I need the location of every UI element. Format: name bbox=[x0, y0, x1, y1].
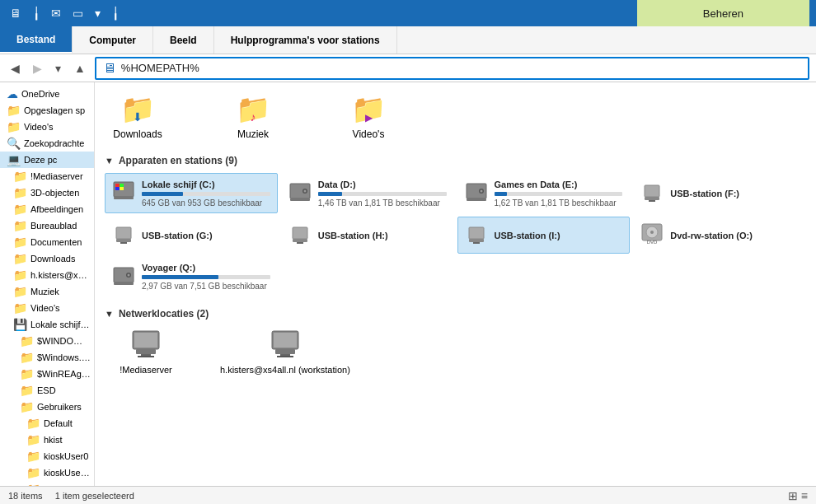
drive-item-g[interactable]: USB-station (G:) bbox=[105, 217, 278, 254]
svg-rect-42 bbox=[275, 349, 295, 354]
back-button[interactable]: ◀ bbox=[7, 60, 24, 77]
folder-mediaserver-icon: 📁 bbox=[13, 170, 27, 183]
sidebar-item-kioskuser0[interactable]: 📁 kioskUser0 bbox=[0, 448, 94, 464]
sidebar-item-openbaar[interactable]: 📁 Openbaar bbox=[0, 481, 94, 486]
dropdown-button[interactable]: ▾ bbox=[51, 60, 65, 77]
sidebar-item-afbeeldingen[interactable]: 📁 Afbeeldingen bbox=[0, 201, 94, 217]
quick-item-downloads[interactable]: 📁 ⬇ Downloads bbox=[105, 92, 171, 140]
drive-name-q: Voyager (Q:) bbox=[142, 263, 270, 273]
sidebar-item-gebruikers[interactable]: 📁 Gebruikers bbox=[0, 399, 94, 415]
drive-name-h: USB-station (H:) bbox=[318, 231, 447, 240]
sidebar-item-kioskuser01[interactable]: 📁 kioskUser0. bbox=[0, 464, 94, 481]
sidebar-item-bureaublad[interactable]: 📁 Bureaublad bbox=[0, 217, 94, 234]
sidebar-label-downloads: Downloads bbox=[30, 254, 75, 264]
address-input-container[interactable]: 🖥 %HOMEPATH% bbox=[95, 57, 809, 80]
sidebar-label-hkist: hkist bbox=[44, 435, 63, 445]
sidebar-item-onedrive[interactable]: ☁ OneDrive bbox=[0, 86, 94, 102]
svg-rect-17 bbox=[649, 200, 655, 202]
sidebar-item-default[interactable]: 📁 Default bbox=[0, 415, 94, 432]
svg-rect-21 bbox=[293, 227, 307, 239]
windows-drive-icon bbox=[112, 179, 135, 208]
network-item-mediaserver[interactable]: !Mediaserver bbox=[105, 329, 187, 375]
sidebar-item-documenten[interactable]: 📁 Documenten bbox=[0, 234, 94, 250]
drive-name-g: USB-station (G:) bbox=[142, 231, 270, 240]
drive-name-i: USB-station (I:) bbox=[495, 231, 623, 240]
drive-info-d: Data (D:) 1,46 TB van 1,81 TB beschikbaa… bbox=[318, 180, 447, 208]
sidebar-item-windows2[interactable]: 📁 $Windows.~W bbox=[0, 349, 94, 366]
title-bar: 🖥 ╽ ✉ ▭ ▾ ╽ Beheren bbox=[0, 0, 816, 26]
up-button[interactable]: ▲ bbox=[70, 60, 90, 77]
folder-open-icon: 📁 bbox=[26, 483, 40, 486]
drive-info-g: USB-station (G:) bbox=[142, 231, 270, 240]
drive-info-f: USB-station (F:) bbox=[670, 189, 799, 198]
drive-item-f[interactable]: USB-station (F:) bbox=[633, 173, 806, 213]
monitor-icon: 🖥 bbox=[7, 5, 25, 21]
muziek-folder-icon: 📁 ♪ bbox=[236, 92, 270, 125]
sidebar-item-lokale-schijf[interactable]: 💾 Lokale schijf (C bbox=[0, 316, 94, 333]
sidebar-item-hkisters[interactable]: 📁 h.kisters@xs4a bbox=[0, 267, 94, 283]
sidebar-item-winreagent[interactable]: 📁 $WinREAgent bbox=[0, 366, 94, 382]
folder-3d-icon: 📁 bbox=[13, 186, 27, 199]
arrow-icon: ▾ bbox=[91, 5, 104, 21]
sidebar-label-lokale: Lokale schijf (C bbox=[30, 320, 91, 329]
sidebar-item-3d[interactable]: 📁 3D-objecten bbox=[0, 184, 94, 201]
folder-afb-icon: 📁 bbox=[13, 203, 27, 216]
drive-item-h[interactable]: USB-station (H:) bbox=[281, 217, 454, 254]
sidebar-item-downloads[interactable]: 📁 Downloads bbox=[0, 250, 94, 267]
network-section-header[interactable]: ▼ Netwerklocaties (2) bbox=[105, 303, 806, 326]
svg-text:DVD: DVD bbox=[647, 240, 658, 245]
svg-rect-36 bbox=[134, 333, 157, 348]
network-label-workstation: h.kisters@xs4all.nl (workstation) bbox=[220, 365, 350, 375]
quick-item-muziek[interactable]: 📁 ♪ Muziek bbox=[220, 92, 286, 140]
network-grid: !Mediaserver h.kisters@xs4all.nl (workst… bbox=[105, 329, 806, 375]
sidebar-item-zoek[interactable]: 🔍 Zoekopdrachte bbox=[0, 135, 94, 152]
quick-item-videos[interactable]: 📁 ▶ Video's bbox=[335, 92, 401, 140]
svg-rect-37 bbox=[136, 349, 156, 354]
sidebar-item-muziek[interactable]: 📁 Muziek bbox=[0, 283, 94, 300]
drive-info-i: USB-station (I:) bbox=[495, 231, 623, 240]
videos-label: Video's bbox=[353, 128, 385, 140]
quick-access: 📁 ⬇ Downloads 📁 ♪ Muziek 📁 ▶ Video's bbox=[105, 89, 806, 150]
svg-rect-3 bbox=[120, 184, 124, 187]
sidebar-label-onedrive: OneDrive bbox=[21, 89, 59, 99]
svg-rect-24 bbox=[469, 227, 484, 239]
sidebar-item-opgeslagen[interactable]: 📁 Opgeslagen sp bbox=[0, 102, 94, 119]
sidebar-item-videos2[interactable]: 📁 Video's bbox=[0, 300, 94, 316]
sidebar-item-hkist[interactable]: 📁 hkist bbox=[0, 432, 94, 448]
sidebar-item-windows1[interactable]: 📁 $WINDOWS.~ bbox=[0, 333, 94, 349]
items-count: 18 items bbox=[8, 491, 43, 501]
tab-computer[interactable]: Computer bbox=[73, 26, 153, 54]
tab-hulpprogramma[interactable]: Hulpprogramma's voor stations bbox=[214, 26, 397, 54]
view-icon-grid[interactable]: ⊞ bbox=[788, 489, 798, 502]
drive-item-c[interactable]: Lokale schijf (C:) 645 GB van 953 GB bes… bbox=[105, 173, 278, 213]
sidebar-label-esd: ESD bbox=[37, 385, 56, 395]
sidebar-item-mediaserver[interactable]: 📁 !Mediaserver bbox=[0, 168, 94, 184]
drive-bar-q bbox=[142, 275, 218, 279]
svg-rect-6 bbox=[114, 197, 134, 199]
sidebar-item-esd[interactable]: 📁 ESD bbox=[0, 382, 94, 399]
sidebar-label-gebruikers: Gebruikers bbox=[37, 402, 82, 412]
drive-item-d[interactable]: Data (D:) 1,46 TB van 1,81 TB beschikbaa… bbox=[281, 173, 454, 213]
drive-item-i[interactable]: USB-station (I:) bbox=[457, 217, 631, 254]
folder-bur-icon: 📁 bbox=[13, 219, 27, 232]
drive-item-q[interactable]: Voyager (Q:) 2,97 GB van 7,51 GB beschik… bbox=[105, 257, 278, 296]
tab-bestand[interactable]: Bestand bbox=[0, 26, 73, 54]
folder-dl-icon: 📁 bbox=[13, 252, 27, 265]
drive-info-o: Dvd-rw-station (O:) bbox=[670, 231, 799, 240]
tab-beeld[interactable]: Beeld bbox=[153, 26, 214, 54]
devices-section-header[interactable]: ▼ Apparaten en stations (9) bbox=[105, 150, 806, 173]
view-icon-list[interactable]: ≡ bbox=[801, 489, 808, 502]
drive-bar-container-e bbox=[495, 192, 623, 196]
svg-rect-22 bbox=[293, 239, 307, 242]
svg-rect-44 bbox=[277, 356, 293, 357]
forward-button[interactable]: ▶ bbox=[29, 60, 46, 77]
drive-item-o[interactable]: DVD Dvd-rw-station (O:) bbox=[633, 217, 806, 254]
drive-item-e[interactable]: Games en Data (E:) 1,62 TB van 1,81 TB b… bbox=[457, 173, 631, 213]
drives-grid: Lokale schijf (C:) 645 GB van 953 GB bes… bbox=[105, 173, 806, 296]
sidebar-item-deze-pc[interactable]: 💻 Deze pc bbox=[0, 152, 94, 168]
network-item-workstation[interactable]: h.kisters@xs4all.nl (workstation) bbox=[220, 329, 350, 375]
hdd-icon: 💾 bbox=[13, 318, 27, 331]
sidebar-item-videos1[interactable]: 📁 Video's bbox=[0, 119, 94, 135]
svg-rect-4 bbox=[115, 187, 120, 190]
folder-ku01-icon: 📁 bbox=[26, 466, 40, 479]
